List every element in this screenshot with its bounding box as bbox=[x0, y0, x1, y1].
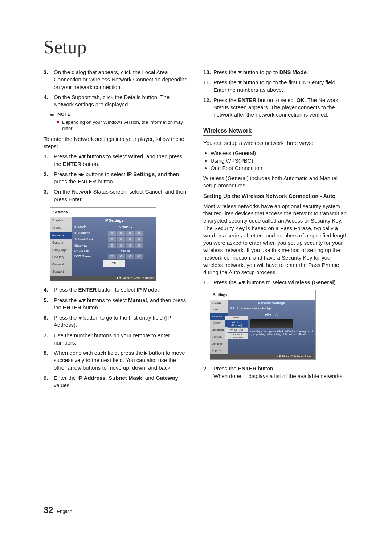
subheading: Setting Up the Wireless Network Connecti… bbox=[203, 192, 348, 200]
list-number: 4. bbox=[44, 94, 54, 109]
field-value: Manual▸ bbox=[98, 225, 154, 229]
field-label: Gateway bbox=[74, 243, 98, 248]
down-icon bbox=[238, 81, 242, 84]
sidebar-item: Support bbox=[50, 268, 72, 275]
footer-language: English bbox=[57, 509, 72, 514]
list-number: 9. bbox=[44, 374, 54, 389]
step-text: On the dialog that appears, click the Lo… bbox=[54, 69, 189, 91]
list-number: 1. bbox=[203, 279, 213, 286]
list-number: 7. bbox=[44, 332, 54, 347]
field-label: DNS Mode bbox=[74, 249, 98, 253]
list-number: 10. bbox=[203, 69, 213, 76]
step-text: Press the ENTER button.When done, it dis… bbox=[213, 365, 348, 380]
note-header: ✎ NOTE bbox=[50, 111, 189, 118]
field-label: Subnet Mask bbox=[74, 237, 98, 241]
down-icon bbox=[238, 71, 242, 74]
down-icon bbox=[82, 299, 86, 302]
note-body: Depending on your Windows version, the i… bbox=[57, 119, 189, 132]
chevron-right-icon: ▸ bbox=[131, 225, 132, 229]
sidebar-item: Support bbox=[210, 347, 228, 354]
right-icon bbox=[144, 351, 147, 355]
bullet-icon bbox=[57, 121, 59, 123]
shot-panel: IP Settings IP ModeManual▸ IP Address000… bbox=[72, 217, 156, 275]
right-icon bbox=[81, 173, 84, 176]
field-value: Manual bbox=[98, 249, 154, 253]
shot-title: Settings bbox=[210, 290, 315, 300]
field-label: DNS Server bbox=[74, 254, 98, 259]
step-text: Press the ENTER button to select IP Mode… bbox=[54, 286, 189, 293]
sidebar-item: Audio bbox=[50, 224, 72, 232]
list-item: One Foot Connection bbox=[211, 164, 348, 172]
wireless-methods-list: Wireless (General) Using WPS(PBC) One Fo… bbox=[203, 150, 348, 172]
router-image bbox=[250, 319, 293, 328]
ip-octets: 0000 bbox=[98, 243, 154, 248]
sidebar-item: System bbox=[210, 320, 228, 327]
list-number: 2. bbox=[44, 171, 54, 186]
list-number: 3. bbox=[44, 188, 54, 203]
up-icon bbox=[78, 155, 82, 158]
page-number: 32 bbox=[44, 505, 53, 515]
down-icon bbox=[78, 317, 82, 320]
step-text: Press the buttons to select Wireless (Ge… bbox=[213, 279, 348, 286]
paragraph: Wireless (General) includes both Automat… bbox=[203, 175, 348, 190]
field-label: IP Mode bbox=[74, 225, 98, 229]
list-number: 6. bbox=[44, 314, 54, 329]
step-text: Press the buttons to select Wired, and t… bbox=[54, 153, 189, 168]
step-text: Press the button to go to the first DNS … bbox=[213, 79, 348, 94]
sidebar-item: Security bbox=[50, 253, 72, 261]
sidebar-item: Display bbox=[50, 217, 72, 224]
ok-button: OK bbox=[103, 260, 125, 266]
sidebar-item-selected: Network bbox=[50, 232, 72, 239]
list-item: Wireless (General) bbox=[211, 150, 348, 157]
up-icon bbox=[78, 299, 82, 302]
sidebar-item: General bbox=[50, 261, 72, 268]
ip-octets: 0000 bbox=[98, 254, 154, 259]
ip-octets: 0000 bbox=[98, 237, 154, 242]
paragraph: You can setup a wireless network three w… bbox=[203, 139, 348, 147]
page-footer: 32 English bbox=[44, 505, 72, 515]
down-icon bbox=[242, 281, 245, 284]
step-text: Press the buttons to select Manual, and … bbox=[54, 297, 189, 312]
list-number: 3. bbox=[44, 69, 54, 91]
paragraph: To enter the Network settings into your … bbox=[44, 135, 189, 150]
option-onefoot: One Foot Connection bbox=[225, 333, 248, 339]
shot-sidebar: Display Audio Network System Language Se… bbox=[210, 300, 228, 354]
option-wireless-general: Wireless (General) bbox=[225, 320, 248, 327]
left-column: 3.On the dialog that appears, click the … bbox=[44, 69, 189, 392]
sidebar-item: General bbox=[210, 341, 228, 347]
pencil-icon: ✎ bbox=[49, 111, 56, 118]
network-settings-screenshot: Settings Display Audio Network System La… bbox=[210, 290, 316, 360]
step-text: Press the button to go to DNS Mode. bbox=[213, 69, 348, 76]
list-number: 11. bbox=[203, 79, 213, 94]
shot-sidebar: Display Audio Network System Language Se… bbox=[50, 217, 72, 275]
step-text: Use the number buttons on your remote to… bbox=[54, 332, 189, 347]
up-icon bbox=[238, 281, 242, 284]
step-text: When done with each field, press the but… bbox=[54, 349, 189, 371]
list-number: 2. bbox=[203, 365, 213, 380]
hint-bar: ▲▼ Move ⏎ Enter ↩ Return bbox=[50, 276, 156, 281]
option-wired: Wired bbox=[225, 316, 248, 320]
sidebar-item: System bbox=[50, 239, 72, 246]
step-text: Press the buttons to select IP Settings,… bbox=[54, 171, 189, 186]
page-title: Setup bbox=[44, 36, 348, 58]
sidebar-item: Audio bbox=[210, 306, 228, 313]
panel-title: Network Settings bbox=[230, 301, 313, 305]
list-number: 8. bbox=[44, 349, 54, 371]
list-number: 12. bbox=[203, 97, 213, 119]
note-text: Depending on your Windows version, the i… bbox=[62, 119, 189, 132]
option-wps: WPS(PBC) bbox=[225, 328, 248, 332]
sidebar-item: Display bbox=[210, 300, 228, 306]
paragraph: Most wireless networks have an optional … bbox=[203, 203, 348, 276]
sidebar-item: Language bbox=[50, 246, 72, 253]
ip-settings-screenshot: Settings Display Audio Network System La… bbox=[50, 207, 156, 281]
list-number: 4. bbox=[44, 286, 54, 293]
ip-octets: 0000 bbox=[98, 231, 154, 236]
sidebar-item: Language bbox=[210, 327, 228, 334]
step-text: Press the button to go to the first entr… bbox=[54, 314, 189, 329]
list-number: 1. bbox=[44, 153, 54, 168]
step-text: On the Support tab, click the Details bu… bbox=[54, 94, 189, 109]
field-label: IP Address bbox=[74, 231, 98, 235]
note-label: NOTE bbox=[57, 111, 70, 118]
step-text: Press the ENTER button to select OK. The… bbox=[213, 97, 348, 119]
step-text: On the Network Status screen, select Can… bbox=[54, 188, 189, 203]
